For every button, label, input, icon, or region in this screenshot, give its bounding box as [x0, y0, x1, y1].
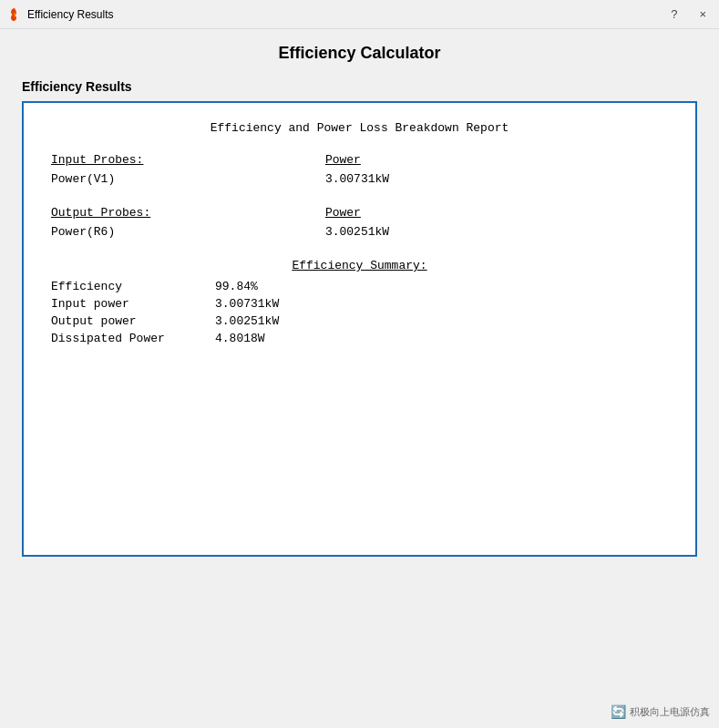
- watermark: 🔄 积极向上电源仿真: [611, 704, 710, 719]
- summary-section: Efficiency Summary: Efficiency 99.84% In…: [51, 259, 668, 347]
- summary-row: Input power 3.00731kW: [51, 295, 668, 313]
- report-title: Efficiency and Power Loss Breakdown Repo…: [51, 121, 668, 135]
- output-probes-section: Output Probes: Power Power(R6) 3.00251kW: [51, 206, 668, 241]
- title-bar-controls: ? ×: [665, 5, 712, 23]
- close-button[interactable]: ×: [693, 5, 712, 23]
- input-row-label: Power(V1): [51, 170, 325, 188]
- input-row: Power(V1) 3.00731kW: [51, 170, 668, 188]
- summary-row-label: Output power: [51, 313, 215, 330]
- summary-row: Output power 3.00251kW: [51, 313, 668, 330]
- help-button[interactable]: ?: [665, 5, 683, 23]
- input-probes-table: Input Probes: Power Power(V1) 3.00731kW: [51, 153, 668, 188]
- output-col-header-1: Output Probes:: [51, 206, 325, 223]
- main-content: Efficiency Calculator Efficiency Results…: [0, 29, 719, 571]
- watermark-text: 积极向上电源仿真: [630, 705, 710, 719]
- section-header: Efficiency Results: [22, 79, 697, 94]
- summary-row-value: 4.8018W: [215, 330, 668, 347]
- summary-row-value: 99.84%: [215, 278, 668, 295]
- report-box: Efficiency and Power Loss Breakdown Repo…: [22, 101, 697, 557]
- summary-row-value: 3.00251kW: [215, 313, 668, 330]
- input-col-header-1: Input Probes:: [51, 153, 325, 170]
- input-row-value: 3.00731kW: [325, 170, 668, 188]
- summary-row-value: 3.00731kW: [215, 295, 668, 313]
- output-row: Power(R6) 3.00251kW: [51, 223, 668, 241]
- output-row-label: Power(R6): [51, 223, 325, 241]
- output-col-header-2: Power: [325, 206, 668, 223]
- title-bar-title: Efficiency Results: [27, 8, 113, 21]
- input-col-header-2: Power: [325, 153, 668, 170]
- output-probes-table: Output Probes: Power Power(R6) 3.00251kW: [51, 206, 668, 241]
- summary-row-label: Dissipated Power: [51, 330, 215, 347]
- title-bar-left: Efficiency Results: [7, 7, 113, 22]
- title-bar: Efficiency Results ? ×: [0, 0, 719, 29]
- summary-row-label: Input power: [51, 295, 215, 313]
- summary-row: Dissipated Power 4.8018W: [51, 330, 668, 347]
- summary-row: Efficiency 99.84%: [51, 278, 668, 295]
- app-icon: [7, 7, 22, 22]
- input-probes-section: Input Probes: Power Power(V1) 3.00731kW: [51, 153, 668, 188]
- page-title: Efficiency Calculator: [22, 44, 697, 63]
- summary-table: Efficiency 99.84% Input power 3.00731kW …: [51, 278, 668, 347]
- summary-row-label: Efficiency: [51, 278, 215, 295]
- watermark-icon: 🔄: [611, 704, 626, 719]
- summary-header: Efficiency Summary:: [51, 259, 668, 272]
- output-row-value: 3.00251kW: [325, 223, 668, 241]
